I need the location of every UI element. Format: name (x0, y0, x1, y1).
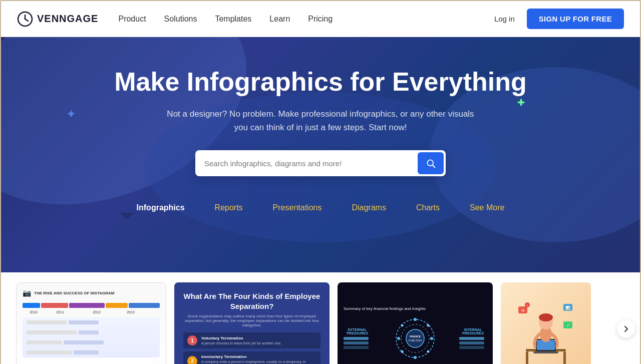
card2-item1-label: Voluntary Termination (201, 336, 281, 340)
card2-item2-desc: A company ends a person's employment, us… (201, 360, 316, 364)
card3-header: Summary of key financial findings and in… (344, 306, 487, 311)
search-icon (426, 158, 436, 168)
nav-right: Log in SIGN UP FOR FREE (494, 9, 624, 29)
card2-item1-desc: A person chooses to leave their job for … (201, 341, 281, 345)
card2-item-1: 1 Voluntary Termination A person chooses… (183, 332, 320, 348)
search-input[interactable] (195, 152, 416, 175)
navbar: VENNGAGE Product Solutions Templates Lea… (1, 1, 640, 37)
svg-point-17 (401, 324, 404, 327)
page-frame: VENNGAGE Product Solutions Templates Lea… (0, 0, 641, 364)
nav-pricing[interactable]: Pricing (308, 15, 333, 23)
brand-name: VENNGAGE (37, 13, 98, 25)
svg-text:FUNCTION: FUNCTION (409, 339, 422, 342)
card2-item2-label: Involuntary Termination (201, 354, 316, 359)
svg-rect-23 (533, 351, 558, 353)
search-button[interactable] (418, 152, 444, 174)
svg-point-7 (406, 329, 424, 347)
svg-point-10 (414, 318, 417, 321)
logo-icon (17, 11, 33, 27)
finance-circle-chart: FINANCE FUNCTION (393, 316, 438, 361)
svg-text:FINANCE: FINANCE (410, 335, 421, 338)
svg-point-12 (414, 356, 417, 359)
hero-content: Make Infographics for Everything Not a d… (11, 67, 630, 176)
hero-subtitle: Not a designer? No problem. Make profess… (160, 107, 481, 134)
card3-right-label: INTERNAL PRESSURES (459, 328, 487, 349)
svg-point-13 (397, 337, 400, 340)
instagram-icon: 📷 (23, 289, 31, 297)
svg-line-4 (433, 165, 435, 168)
svg-rect-19 (526, 351, 528, 365)
person-illustration: ✉ 📊 ✓ ! (516, 296, 576, 365)
chevron-right-icon (622, 325, 630, 333)
cards-container: 📷 THE RISE AND SUCCESS OF INSTAGRAM (16, 282, 625, 364)
card-instagram[interactable]: 📷 THE RISE AND SUCCESS OF INSTAGRAM (16, 282, 166, 364)
svg-text:✉: ✉ (521, 308, 525, 313)
card1-title: THE RISE AND SUCCESS OF INSTAGRAM (34, 291, 114, 295)
search-bar (195, 150, 446, 176)
svg-point-16 (401, 350, 404, 353)
card-finance[interactable]: Summary of key financial findings and in… (338, 282, 493, 364)
nav-templates[interactable]: Templates (215, 15, 251, 23)
hero-section: ✦ ✚ Make Infographics for Everything Not… (1, 37, 640, 272)
tab-charts[interactable]: Charts (401, 196, 455, 219)
svg-rect-20 (563, 351, 566, 365)
tab-see-more[interactable]: See More (455, 196, 519, 219)
nav-solutions[interactable]: Solutions (164, 15, 197, 23)
nav-product[interactable]: Product (118, 15, 146, 23)
card2-item1-num: 1 (187, 335, 197, 345)
svg-text:📊: 📊 (565, 305, 570, 310)
login-link[interactable]: Log in (494, 15, 515, 23)
svg-line-2 (25, 19, 28, 21)
hero-title: Make Infographics for Everything (95, 67, 546, 97)
card-illustration[interactable]: ✉ 📊 ✓ ! (501, 282, 591, 364)
tab-presentations[interactable]: Presentations (258, 196, 337, 219)
card4-content: ✉ 📊 ✓ ! (501, 282, 591, 364)
svg-point-26 (539, 313, 553, 321)
card2-item-2: 2 Involuntary Termination A company ends… (183, 351, 320, 364)
card-employee-separation[interactable]: What Are The Four Kinds of Employee Sepa… (174, 282, 330, 364)
card2-subtitle: Some organizations may outline many more… (183, 314, 320, 327)
nav-links: Product Solutions Templates Learn Pricin… (118, 15, 494, 24)
svg-point-15 (427, 350, 430, 353)
category-tabs: Infographics Reports Presentations Diagr… (11, 196, 630, 219)
card2-title: What Are The Four Kinds of Employee Sepa… (183, 291, 320, 311)
svg-text:!: ! (527, 304, 528, 307)
signup-button[interactable]: SIGN UP FOR FREE (527, 9, 624, 29)
tab-diagrams[interactable]: Diagrams (337, 196, 401, 219)
card2-item2-num: 2 (187, 356, 197, 365)
cards-section: 📷 THE RISE AND SUCCESS OF INSTAGRAM (1, 272, 640, 364)
card3-left-label: EXTERNAL PRESSURES (344, 328, 371, 349)
svg-point-14 (427, 324, 430, 327)
scroll-next-button[interactable] (617, 320, 635, 338)
nav-learn[interactable]: Learn (269, 15, 290, 23)
tab-reports[interactable]: Reports (200, 196, 258, 219)
logo-link[interactable]: VENNGAGE (17, 11, 98, 27)
category-tabs-wrapper: Infographics Reports Presentations Diagr… (11, 196, 630, 219)
svg-text:✓: ✓ (566, 323, 570, 328)
active-tab-indicator (120, 213, 134, 220)
svg-point-11 (430, 337, 433, 340)
